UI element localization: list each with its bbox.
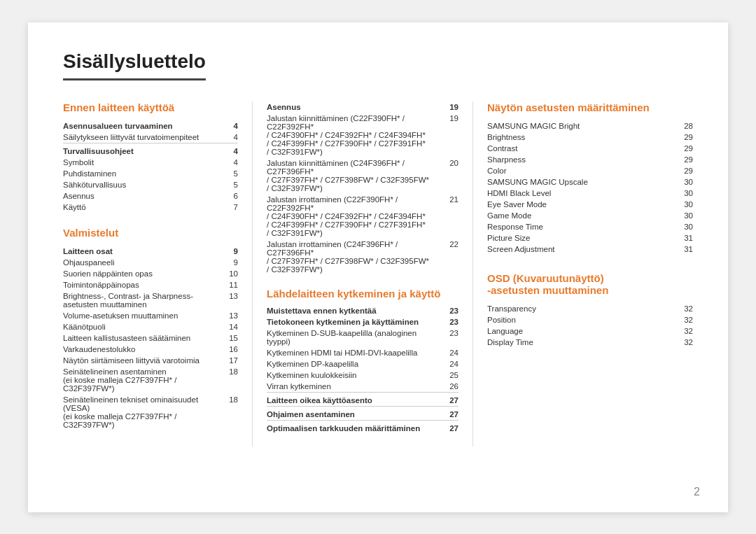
table-row: Laitteen osat9 — [63, 246, 238, 257]
column-1: Ennen laitteen käyttöä Asennusalueen tur… — [63, 101, 252, 447]
table-row: Jalustan irrottaminen (C22F390FH* / C22F… — [267, 194, 458, 239]
row-label: Jalustan irrottaminen (C24F396FH* / C27F… — [267, 239, 435, 275]
row-number: 4 — [217, 120, 238, 132]
page-title: Sisällysluettelo — [63, 50, 206, 80]
table-row: Screen Adjustment31 — [487, 244, 693, 255]
col2-lahdelaitteen-section: Lähdelaitteen kytkeminen ja käyttö Muist… — [267, 288, 458, 434]
row-number: 30 — [668, 199, 693, 210]
row-label: Language — [487, 325, 668, 337]
row-number: 26 — [435, 381, 458, 393]
row-number: 21 — [435, 194, 458, 239]
row-label: Säilytykseen liittyvät turvatoimenpiteet — [63, 132, 217, 143]
table-row: Varkaudenestolukko16 — [63, 344, 238, 355]
row-number: 28 — [668, 120, 693, 132]
table-row: Käyttö7 — [63, 202, 238, 213]
row-label: Transparency — [487, 303, 668, 314]
row-number: 23 — [435, 328, 458, 347]
section-valmistelut-title: Valmistelut — [63, 227, 238, 239]
row-label: Brightness — [487, 132, 668, 143]
table-row: Turvallisuusohjeet4 — [63, 143, 238, 157]
row-label: Optimaalisen tarkkuuden määrittäminen — [267, 420, 435, 434]
row-number: 4 — [217, 157, 238, 168]
table-row: Jalustan kiinnittäminen (C24F396FH* / C2… — [267, 157, 458, 194]
row-label: Kytkeminen D-SUB-kaapelilla (analoginen … — [267, 328, 435, 347]
row-number: 18 — [217, 366, 238, 394]
table-row: Jalustan kiinnittäminen (C22F390FH* / C2… — [267, 113, 458, 157]
row-number: 23 — [435, 305, 458, 316]
row-label: Response Time — [487, 221, 668, 232]
table-row: Käänötpuoli14 — [63, 321, 238, 332]
table-row: Laitteen kallistusasteen säätäminen15 — [63, 332, 238, 344]
row-number: 6 — [217, 190, 238, 202]
row-label: Käänötpuoli — [63, 321, 217, 332]
row-label: Sharpness — [487, 154, 668, 165]
table-row: Sähköturvallisuus5 — [63, 179, 238, 190]
table-row: Position32 — [487, 314, 693, 325]
row-label: Turvallisuusohjeet — [63, 143, 217, 157]
table-row: Optimaalisen tarkkuuden määrittäminen27 — [267, 420, 458, 434]
row-label: Brightness-, Contrast- ja Sharpness-aset… — [63, 290, 217, 310]
row-number: 30 — [668, 221, 693, 232]
row-number: 19 — [435, 101, 458, 113]
row-label: Volume-asetuksen muuttaminen — [63, 310, 217, 321]
table-row: Sharpness29 — [487, 154, 693, 165]
row-number: 7 — [217, 202, 238, 213]
row-number: 22 — [435, 239, 458, 275]
table-row: Ohjauspaneeli9 — [63, 257, 238, 268]
row-number: 19 — [435, 113, 458, 157]
table-row: Puhdistaminen5 — [63, 168, 238, 179]
row-label: Jalustan kiinnittäminen (C22F390FH* / C2… — [267, 113, 435, 157]
row-label: Jalustan kiinnittäminen (C24F396FH* / C2… — [267, 157, 435, 194]
row-label: Jalustan irrottaminen (C22F390FH* / C22F… — [267, 194, 435, 239]
row-number: 15 — [217, 332, 238, 344]
table-row: Jalustan irrottaminen (C24F396FH* / C27F… — [267, 239, 458, 275]
row-number: 16 — [217, 344, 238, 355]
table-row: Tietokoneen kytkeminen ja käyttäminen23 — [267, 316, 458, 328]
row-label: Kytkeminen DP-kaapelilla — [267, 358, 435, 370]
row-number: 23 — [435, 316, 458, 328]
table-row: SAMSUNG MAGIC Bright28 — [487, 120, 693, 132]
table-row: Kytkeminen DP-kaapelilla24 — [267, 358, 458, 370]
row-number: 31 — [668, 244, 693, 255]
section-valmistelut-table: Laitteen osat9Ohjauspaneeli9Suorien näpp… — [63, 246, 238, 430]
row-number: 9 — [217, 246, 238, 257]
row-label: Laitteen osat — [63, 246, 217, 257]
table-row: Display Time32 — [487, 337, 693, 348]
row-label: Käyttö — [63, 202, 217, 213]
table-row: Seinätelineinen tekniset ominaisuudet (V… — [63, 394, 238, 430]
row-label: Seinätelineinen tekniset ominaisuudet (V… — [63, 394, 217, 430]
table-row: Laitteen oikea käyttöasento27 — [267, 392, 458, 406]
table-row: Kytkeminen HDMI tai HDMI-DVI-kaapelilla2… — [267, 347, 458, 358]
section-osd-title: OSD (Kuvaruutunäyttö) -asetusten muuttam… — [487, 272, 693, 296]
row-number: 30 — [668, 176, 693, 188]
row-number: 31 — [668, 232, 693, 244]
row-label: Laitteen oikea käyttöasento — [267, 392, 435, 406]
row-label: Seinätelineinen asentaminen (ei koske ma… — [63, 366, 217, 394]
row-label: Virran kytkeminen — [267, 381, 435, 393]
table-row: Contrast29 — [487, 143, 693, 154]
row-number: 24 — [435, 358, 458, 370]
row-number: 11 — [217, 279, 238, 290]
row-label: Puhdistaminen — [63, 168, 217, 179]
table-row: Symbolit4 — [63, 157, 238, 168]
table-row: Näytön siirtämiseen liittyviä varotoimia… — [63, 355, 238, 366]
row-number: 5 — [217, 179, 238, 190]
row-label: Symbolit — [63, 157, 217, 168]
row-number: 24 — [435, 347, 458, 358]
row-label: SAMSUNG MAGIC Bright — [487, 120, 668, 132]
row-number: 29 — [668, 165, 693, 176]
table-row: Game Mode30 — [487, 210, 693, 221]
row-number: 14 — [217, 321, 238, 332]
table-row: Muistettava ennen kytkentää23 — [267, 305, 458, 316]
row-number: 29 — [668, 154, 693, 165]
col2-section1-table: Asennus19Jalustan kiinnittäminen (C22F39… — [267, 101, 458, 275]
table-row: Eye Saver Mode30 — [487, 199, 693, 210]
row-number: 32 — [668, 337, 693, 348]
row-label: HDMI Black Level — [487, 188, 668, 199]
table-row: Response Time30 — [487, 221, 693, 232]
row-number: 20 — [435, 157, 458, 194]
row-number: 13 — [217, 310, 238, 321]
row-label: Suorien näppäinten opas — [63, 268, 217, 279]
row-label: Screen Adjustment — [487, 244, 668, 255]
row-number: 32 — [668, 325, 693, 337]
